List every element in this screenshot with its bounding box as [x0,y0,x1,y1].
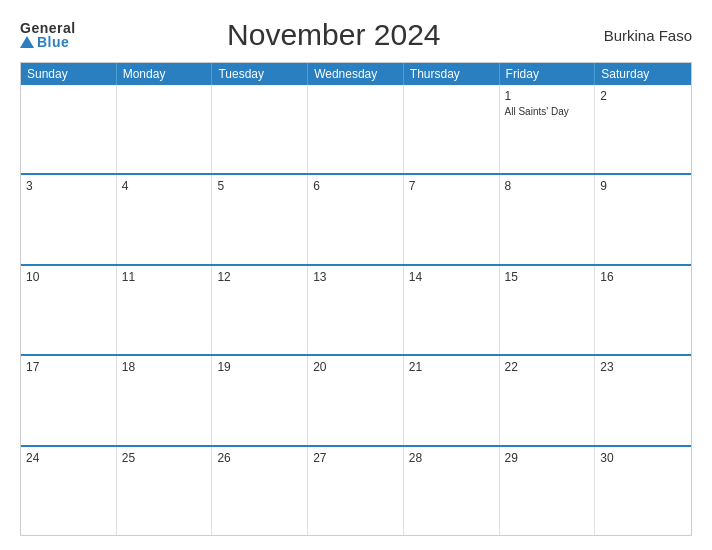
day-cell: 30 [595,447,691,535]
day-number: 3 [26,179,111,193]
weeks-container: 1All Saints' Day234567891011121314151617… [21,85,691,535]
day-number: 17 [26,360,111,374]
week-row-4: 24252627282930 [21,445,691,535]
day-number: 24 [26,451,111,465]
day-number: 25 [122,451,207,465]
day-number: 29 [505,451,590,465]
day-cell: 20 [308,356,404,444]
day-cell: 12 [212,266,308,354]
day-number: 12 [217,270,302,284]
day-number: 9 [600,179,686,193]
day-number: 30 [600,451,686,465]
day-number: 16 [600,270,686,284]
day-cell: 16 [595,266,691,354]
week-row-2: 10111213141516 [21,264,691,354]
day-cell: 14 [404,266,500,354]
day-number: 21 [409,360,494,374]
day-cell [212,85,308,173]
day-number: 15 [505,270,590,284]
day-cell: 6 [308,175,404,263]
week-row-0: 1All Saints' Day2 [21,85,691,173]
day-cell: 24 [21,447,117,535]
day-cell: 29 [500,447,596,535]
day-cell: 4 [117,175,213,263]
header-sunday: Sunday [21,63,117,85]
day-cell: 26 [212,447,308,535]
country-label: Burkina Faso [592,27,692,44]
day-cell: 27 [308,447,404,535]
week-row-3: 17181920212223 [21,354,691,444]
day-cell: 8 [500,175,596,263]
day-number: 22 [505,360,590,374]
day-cell: 22 [500,356,596,444]
day-cell [308,85,404,173]
header-friday: Friday [500,63,596,85]
day-cell: 21 [404,356,500,444]
week-row-1: 3456789 [21,173,691,263]
day-cell: 10 [21,266,117,354]
logo-blue-text: Blue [20,35,69,49]
day-cell: 19 [212,356,308,444]
day-cell [21,85,117,173]
day-number: 26 [217,451,302,465]
logo-general-text: General [20,21,76,35]
day-event: All Saints' Day [505,106,590,117]
day-number: 8 [505,179,590,193]
day-number: 5 [217,179,302,193]
day-cell [117,85,213,173]
day-number: 14 [409,270,494,284]
header-thursday: Thursday [404,63,500,85]
calendar-grid: Sunday Monday Tuesday Wednesday Thursday… [20,62,692,536]
calendar-title: November 2024 [76,18,592,52]
day-cell: 7 [404,175,500,263]
day-number: 7 [409,179,494,193]
day-number: 1 [505,89,590,103]
day-number: 10 [26,270,111,284]
day-number: 18 [122,360,207,374]
day-number: 13 [313,270,398,284]
day-cell [404,85,500,173]
day-cell: 2 [595,85,691,173]
day-cell: 25 [117,447,213,535]
day-cell: 11 [117,266,213,354]
day-cell: 18 [117,356,213,444]
logo: General Blue [20,21,76,49]
header: General Blue November 2024 Burkina Faso [20,18,692,52]
day-number: 27 [313,451,398,465]
day-number: 28 [409,451,494,465]
day-number: 23 [600,360,686,374]
day-number: 11 [122,270,207,284]
day-cell: 17 [21,356,117,444]
day-cell: 13 [308,266,404,354]
day-cell: 5 [212,175,308,263]
header-saturday: Saturday [595,63,691,85]
day-cell: 1All Saints' Day [500,85,596,173]
day-number: 19 [217,360,302,374]
day-cell: 3 [21,175,117,263]
calendar-page: General Blue November 2024 Burkina Faso … [0,0,712,550]
day-cell: 9 [595,175,691,263]
day-number: 4 [122,179,207,193]
day-cell: 15 [500,266,596,354]
logo-triangle-icon [20,36,34,48]
header-wednesday: Wednesday [308,63,404,85]
day-number: 6 [313,179,398,193]
day-headers-row: Sunday Monday Tuesday Wednesday Thursday… [21,63,691,85]
header-monday: Monday [117,63,213,85]
day-cell: 28 [404,447,500,535]
header-tuesday: Tuesday [212,63,308,85]
day-number: 2 [600,89,686,103]
day-cell: 23 [595,356,691,444]
day-number: 20 [313,360,398,374]
